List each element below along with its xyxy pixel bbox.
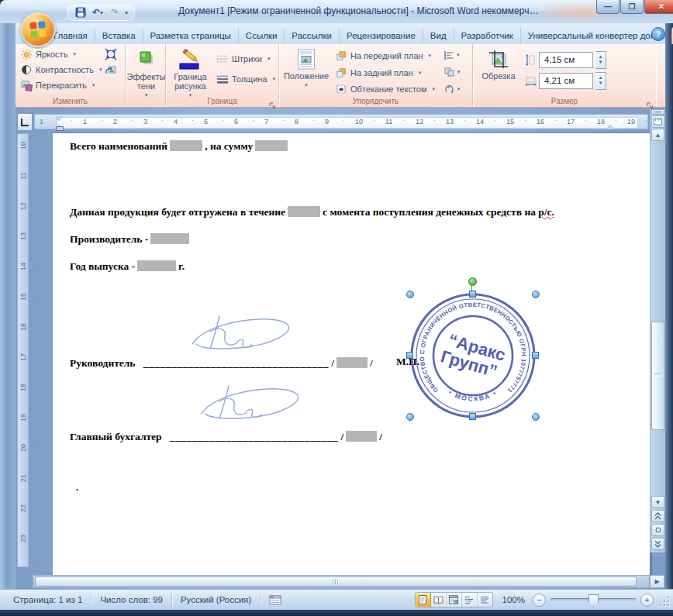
undo-button[interactable]: ↶▾	[91, 6, 105, 19]
close-button[interactable]: ✕	[644, 0, 673, 14]
zoom-out-button[interactable]: −	[533, 594, 546, 607]
tab-konverter[interactable]: Универсальный конвертер докум	[520, 27, 672, 44]
signature-line: ______________________________	[170, 431, 339, 442]
doc-line-total: Всего наименований, на сумму	[70, 140, 290, 153]
page-indicator[interactable]: Страница: 1 из 1	[5, 593, 91, 607]
selection-handle-top-left[interactable]	[406, 291, 414, 298]
help-button[interactable]: ?	[651, 27, 665, 41]
macro-record-button[interactable]	[261, 593, 290, 607]
shadow-effects-label-2: тени	[137, 81, 155, 91]
group-border: Граница рисунка Штрихи Толщина Граница	[166, 44, 279, 107]
shape-height-spinner[interactable]: ▲▼	[595, 51, 606, 69]
selection-handle-bottom[interactable]	[469, 413, 476, 420]
tab-vid[interactable]: Вид	[423, 27, 454, 44]
restore-button[interactable]: ❐	[620, 0, 644, 14]
scroll-right-button[interactable]: ▶	[650, 575, 664, 588]
vertical-ruler[interactable]: 1011121314151617181920212223	[17, 133, 29, 567]
scroll-up-button[interactable]: ▲	[651, 129, 664, 141]
rotate-button[interactable]	[441, 81, 463, 96]
bring-to-front-button[interactable]: На передний план	[333, 49, 437, 63]
right-indent-marker[interactable]	[606, 121, 614, 129]
selection-handle-left[interactable]	[406, 352, 413, 359]
stamp-image[interactable]: ОБЩЕСТВО С ОГРАНИЧЕННОЙ ОТВЕТСТВЕННОСТЬЮ…	[408, 291, 538, 421]
next-page-button[interactable]	[651, 538, 664, 550]
scroll-down-button[interactable]: ▼	[651, 496, 664, 508]
zoom-slider-thumb[interactable]	[588, 594, 599, 607]
send-to-back-button[interactable]: На задний план	[333, 66, 437, 80]
total-mid-text: , на сумму	[205, 140, 253, 152]
horizontal-scroll-thumb[interactable]	[35, 576, 637, 587]
vertical-scrollbar[interactable]: ▲ ▼	[650, 109, 665, 552]
selection-handle-top-right[interactable]	[532, 291, 540, 298]
horizontal-ruler[interactable]: 1 ·1·2·3·4·5·6·7·8·9·10·11·12·13·14·15·1…	[34, 114, 648, 129]
brightness-button[interactable]: Яркость	[19, 46, 103, 62]
align-button[interactable]	[441, 48, 463, 63]
horizontal-scrollbar[interactable]	[33, 575, 650, 588]
view-fullscreen-reading-button[interactable]	[431, 593, 447, 607]
border-dialog-launcher[interactable]	[269, 98, 276, 105]
minimize-button[interactable]: —	[596, 0, 620, 14]
word-count[interactable]: Число слов: 99	[91, 593, 172, 607]
size-dialog-launcher[interactable]	[647, 98, 654, 105]
language-indicator[interactable]: Русский (Россия)	[172, 593, 261, 607]
bring-to-front-label: На передний план	[350, 51, 423, 60]
brightness-icon	[20, 48, 33, 60]
office-button[interactable]	[20, 12, 56, 47]
group-objects-button[interactable]	[441, 65, 463, 80]
shape-height-input[interactable]: 4,15 см	[539, 52, 593, 68]
selection-handle-right[interactable]	[532, 352, 539, 359]
compress-pictures-button[interactable]	[105, 48, 117, 60]
reset-picture-button[interactable]	[105, 64, 117, 76]
undo-dropdown-icon: ▾	[100, 9, 103, 16]
selection-handle-top[interactable]	[469, 291, 476, 298]
crop-button[interactable]: Обрезка	[476, 46, 521, 96]
tab-razrabotchik[interactable]: Разработчик	[454, 27, 520, 44]
shadow-effects-button[interactable]: Эффекты тени	[129, 46, 164, 100]
zoom-in-button[interactable]: +	[640, 594, 654, 607]
ruler-toggle-button[interactable]	[651, 115, 664, 128]
weight-button[interactable]: Толщина	[215, 71, 277, 87]
tab-razmetka[interactable]: Разметка страницы	[143, 27, 238, 44]
group-shadow-effects: Эффекты тени	[126, 44, 166, 107]
selection-handle-bottom-right[interactable]	[532, 413, 540, 421]
send-to-back-label: На задний план	[350, 68, 413, 77]
contrast-button[interactable]: Контрастность	[19, 62, 103, 77]
previous-page-button[interactable]	[651, 510, 664, 522]
shape-width-spinner[interactable]: ▲▼	[595, 72, 606, 90]
view-print-layout-button[interactable]	[416, 593, 431, 607]
tab-recenzirovanie[interactable]: Рецензирование	[339, 27, 423, 44]
tab-selector-button[interactable]	[17, 113, 33, 131]
redacted-value	[336, 357, 368, 368]
shape-width-input[interactable]: 4,21 см	[539, 73, 593, 89]
zoom-slider[interactable]	[550, 598, 636, 601]
position-button[interactable]: Положение	[282, 46, 330, 96]
dashes-button[interactable]: Штрихи	[215, 51, 277, 67]
left-indent-marker[interactable]	[56, 126, 64, 131]
group-label-arrange: Упорядочить	[279, 97, 472, 106]
zoom-level[interactable]: 100%	[502, 595, 525, 604]
shadow-effects-label-1: Эффекты	[127, 72, 166, 81]
vertical-scroll-thumb[interactable]	[651, 322, 664, 430]
qat-customize-button[interactable]: ▾	[125, 9, 128, 16]
split-handle[interactable]	[651, 109, 664, 115]
picture-border-button[interactable]: Граница рисунка	[169, 46, 212, 96]
view-draft-button[interactable]	[478, 593, 492, 607]
tab-rassylki[interactable]: Рассылки	[284, 27, 339, 44]
tab-stop-icon	[21, 119, 29, 126]
document-page[interactable]	[53, 133, 650, 577]
view-outline-button[interactable]	[462, 593, 478, 607]
group-arrange: Положение На передний план На задний пла…	[279, 44, 473, 107]
selection-handle-bottom-left[interactable]	[406, 413, 414, 421]
select-browse-object-button[interactable]	[651, 524, 664, 536]
stamp-bottom-text: • МОСКВА •	[447, 388, 499, 402]
rotation-handle[interactable]	[468, 277, 477, 286]
text-wrap-button[interactable]: Обтекание текстом	[333, 82, 437, 96]
view-web-layout-button[interactable]	[447, 593, 462, 607]
redo-button[interactable]: ↷	[108, 6, 122, 19]
shape-height-icon	[524, 53, 537, 66]
tab-vstavka[interactable]: Вставка	[95, 27, 143, 44]
save-button[interactable]	[74, 6, 88, 19]
recolor-button[interactable]: Перекрасить	[19, 77, 103, 93]
tab-ssylki[interactable]: Ссылки	[238, 27, 285, 44]
window-resize-grip[interactable]	[660, 597, 671, 607]
